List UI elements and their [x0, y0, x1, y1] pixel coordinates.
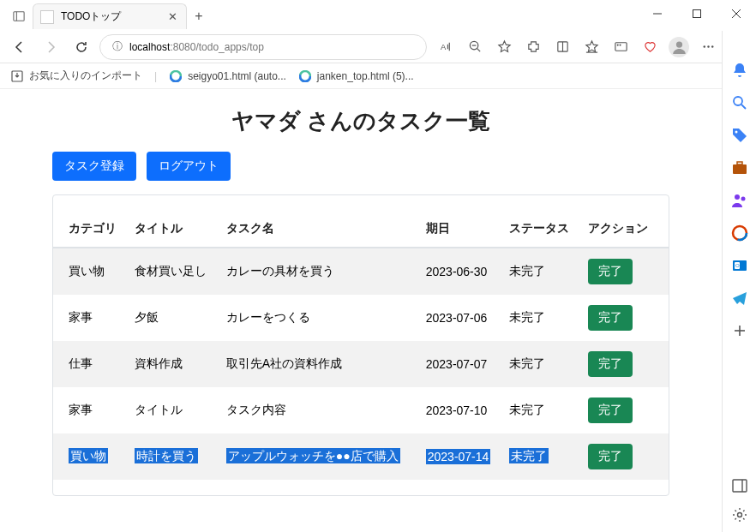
sidebar-tag-icon[interactable]: [731, 127, 748, 144]
cell-action: 完了: [581, 387, 669, 433]
task-table: カテゴリ タイトル タスク名 期日 ステータス アクション 買い物食材買い足しカ…: [53, 211, 669, 480]
import-icon: [10, 69, 24, 83]
complete-button[interactable]: 完了: [588, 444, 633, 469]
cell-due: 2023-07-07: [419, 341, 503, 387]
svg-point-31: [735, 194, 740, 200]
tab-strip: TODOトップ ✕ +: [0, 0, 211, 29]
sidebar-telegram-icon[interactable]: [731, 290, 748, 307]
cell-status: 未完了: [502, 433, 581, 480]
edge-icon: [298, 69, 312, 83]
extensions-icon[interactable]: [519, 34, 547, 60]
sidebar-office-icon[interactable]: [731, 224, 748, 242]
browser-tab[interactable]: TODOトップ ✕: [33, 3, 187, 29]
cell-status: 未完了: [502, 295, 581, 341]
complete-button[interactable]: 完了: [588, 351, 633, 377]
table-row: 買い物時計を買うアップルウォッチを●●店で購入2023-07-14未完了完了: [53, 433, 669, 480]
collections-icon[interactable]: [549, 34, 576, 60]
page-title: ヤマダ さんのタスク一覧: [52, 106, 669, 136]
svg-line-27: [741, 105, 746, 109]
svg-rect-29: [733, 164, 747, 174]
tab-actions-icon[interactable]: [5, 4, 33, 28]
complete-button[interactable]: 完了: [588, 305, 633, 331]
app-icon[interactable]: [607, 34, 634, 60]
table-row: 家事夕飯カレーをつくる2023-07-06未完了完了: [53, 295, 669, 341]
cell-title: 資料作成: [128, 341, 219, 387]
table-row: 仕事資料作成取引先A社の資料作成2023-07-07未完了完了: [53, 341, 669, 387]
svg-rect-40: [733, 480, 747, 492]
col-due: 期日: [419, 211, 503, 248]
cell-title: 夕飯: [128, 295, 219, 341]
logout-button[interactable]: ログアウト: [147, 152, 231, 181]
zoom-icon[interactable]: [461, 34, 489, 60]
tab-close-icon[interactable]: ✕: [165, 10, 179, 24]
edge-icon: [169, 69, 183, 83]
cell-task-name: 取引先A社の資料作成: [219, 341, 419, 387]
svg-point-19: [711, 45, 712, 47]
cell-category: 買い物: [53, 248, 128, 295]
register-task-button[interactable]: タスク登録: [52, 152, 136, 181]
site-info-icon[interactable]: ⓘ: [111, 40, 124, 54]
complete-button[interactable]: 完了: [588, 259, 633, 284]
sidebar-outlook-icon[interactable]: O: [731, 257, 748, 274]
favorite-icon[interactable]: [490, 34, 518, 60]
svg-point-18: [707, 45, 709, 47]
svg-point-14: [617, 45, 618, 45]
sidebar-briefcase-icon[interactable]: [731, 159, 748, 176]
cell-action: 完了: [581, 433, 669, 480]
refresh-button[interactable]: [69, 34, 94, 60]
more-icon[interactable]: [694, 34, 722, 60]
cell-due: 2023-07-06: [419, 295, 503, 341]
cell-status: 未完了: [502, 387, 581, 433]
table-row: 買い物食材買い足しカレーの具材を買う2023-06-30未完了完了: [53, 248, 669, 295]
forward-button[interactable]: [38, 34, 63, 60]
window-titlebar: TODOトップ ✕ +: [0, 0, 756, 31]
sidebar-people-icon[interactable]: [731, 192, 748, 209]
bookmark-janken[interactable]: janken_top.html (5)...: [298, 69, 414, 83]
task-card: カテゴリ タイトル タスク名 期日 ステータス アクション 買い物食材買い足しカ…: [52, 194, 669, 496]
col-title: タイトル: [128, 211, 219, 248]
page-content: ヤマダ さんのタスク一覧 タスク登録 ログアウト カテゴリ タイトル タスク名 …: [0, 89, 722, 532]
cell-due: 2023-06-30: [419, 248, 503, 295]
col-category: カテゴリ: [53, 211, 128, 248]
col-action: アクション: [581, 211, 669, 248]
cell-category: 買い物: [53, 433, 128, 480]
cell-status: 未完了: [502, 248, 581, 295]
cell-task-name: アップルウォッチを●●店で購入: [219, 433, 419, 480]
cell-status: 未完了: [502, 341, 581, 387]
read-aloud-icon[interactable]: A: [432, 34, 459, 60]
back-button[interactable]: [7, 34, 33, 60]
health-icon[interactable]: [636, 34, 663, 60]
svg-point-42: [737, 513, 741, 517]
address-bar[interactable]: ⓘ localhost:8080/todo_apps/top: [99, 34, 427, 60]
sidebar-panel-icon[interactable]: [731, 477, 748, 494]
svg-point-15: [620, 45, 621, 45]
cell-title: タイトル: [128, 387, 219, 433]
maximize-button[interactable]: [677, 0, 717, 27]
bookmark-import[interactable]: お気に入りのインポート: [10, 69, 142, 83]
cell-due: 2023-07-10: [419, 387, 503, 433]
toolbar-icons: A: [432, 34, 749, 60]
complete-button[interactable]: 完了: [588, 398, 633, 423]
svg-point-17: [703, 45, 705, 47]
cell-due: 2023-07-14: [419, 433, 503, 480]
url-text: localhost:8080/todo_apps/top: [129, 41, 264, 53]
bookmark-seigyo[interactable]: seigyo01.html (auto...: [169, 69, 286, 83]
minimize-button[interactable]: [638, 0, 677, 27]
window-controls: [638, 0, 756, 27]
table-row: 家事タイトルタスク内容2023-07-10未完了完了: [53, 387, 669, 433]
browser-toolbar: ⓘ localhost:8080/todo_apps/top A: [0, 31, 756, 63]
svg-point-26: [734, 97, 742, 105]
close-button[interactable]: [717, 0, 756, 27]
cell-task-name: カレーの具材を買う: [219, 248, 419, 295]
sidebar-settings-icon[interactable]: [731, 506, 748, 523]
sidebar-bell-icon[interactable]: [731, 62, 748, 79]
svg-rect-0: [14, 12, 24, 21]
svg-rect-30: [737, 162, 742, 164]
new-tab-button[interactable]: +: [187, 4, 211, 28]
svg-text:A: A: [440, 42, 446, 51]
sidebar-add-icon[interactable]: [731, 322, 748, 339]
svg-line-8: [477, 48, 480, 51]
favorites-list-icon[interactable]: [578, 34, 605, 60]
sidebar-search-icon[interactable]: [731, 94, 748, 111]
profile-icon[interactable]: [665, 34, 693, 60]
